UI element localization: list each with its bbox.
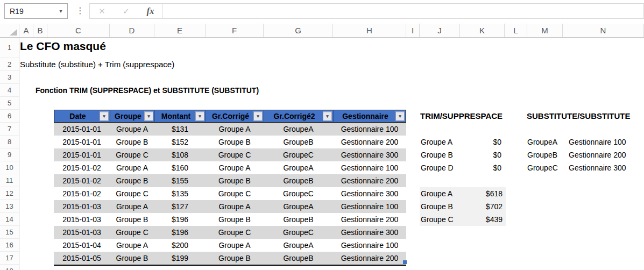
- cell-trim-total-groupe[interactable]: Groupe A: [420, 187, 464, 200]
- table-header-gr-corrige2[interactable]: Gr.Corrigé2 ▾: [264, 110, 333, 122]
- row-header[interactable]: 13: [0, 200, 19, 213]
- cell-date[interactable]: 2015-01-01: [54, 123, 110, 136]
- cell-gr-corrige[interactable]: Groupe A: [206, 161, 264, 174]
- cell-montant[interactable]: $160: [154, 161, 206, 174]
- column-header-i[interactable]: I: [406, 24, 420, 37]
- column-header-l[interactable]: L: [505, 24, 527, 37]
- cell-gr-corrige2[interactable]: GroupeC: [264, 148, 333, 161]
- cell-montant[interactable]: $131: [154, 123, 206, 136]
- enter-icon[interactable]: ✓: [114, 6, 138, 16]
- cell-gr-corrige2[interactable]: GroupeC: [264, 187, 333, 200]
- cell-gr-corrige2[interactable]: GroupeA: [264, 161, 333, 174]
- table-header-gr-corrige[interactable]: Gr.Corrigé ▾: [206, 110, 264, 122]
- cell-gr-corrige[interactable]: Groupe A: [206, 239, 264, 252]
- cell-substitute-gestionnaire[interactable]: Gestionnaire 100: [569, 136, 643, 148]
- cell-groupe[interactable]: Groupe B: [110, 174, 154, 187]
- cell-gr-corrige[interactable]: Groupe A: [206, 123, 264, 136]
- cell-gestionnaire[interactable]: Gestionnaire 300: [333, 187, 406, 200]
- cell-date[interactable]: 2015-01-02: [54, 161, 110, 174]
- table-header-montant[interactable]: Montant ▾: [154, 110, 206, 122]
- column-header-b[interactable]: B: [33, 24, 47, 37]
- cell-gr-corrige2[interactable]: GroupeA: [264, 200, 333, 213]
- column-header-a[interactable]: A: [19, 24, 33, 37]
- column-header-g[interactable]: G: [264, 24, 333, 37]
- cell-gestionnaire[interactable]: Gestionnaire 300: [333, 148, 406, 161]
- filter-button-date[interactable]: ▾: [100, 112, 109, 121]
- column-header-n[interactable]: N: [563, 24, 644, 37]
- column-header-f[interactable]: F: [206, 24, 264, 37]
- cell-gr-corrige2[interactable]: GroupeB: [264, 174, 333, 187]
- cell-substitute-gestionnaire[interactable]: Gestionnaire 300: [569, 161, 643, 174]
- cell-groupe[interactable]: Groupe C: [110, 187, 154, 200]
- column-header-k[interactable]: K: [460, 24, 505, 37]
- cell-groupe[interactable]: Groupe A: [110, 239, 154, 252]
- cell-gr-corrige2[interactable]: GroupeB: [264, 136, 333, 148]
- row-header[interactable]: 2: [0, 58, 19, 71]
- cell-date[interactable]: 2015-01-01: [54, 148, 110, 161]
- table-header-gestionnaire[interactable]: Gestionnaire ▾: [333, 110, 406, 122]
- column-header-c[interactable]: C: [47, 24, 110, 37]
- cell-gr-corrige2[interactable]: GroupeB: [264, 252, 333, 265]
- cell-gr-corrige[interactable]: Groupe B: [206, 174, 264, 187]
- cell-groupe[interactable]: Groupe B: [110, 213, 154, 226]
- cell-trim-groupe[interactable]: Groupe D: [420, 161, 464, 174]
- row-header[interactable]: 15: [0, 226, 19, 239]
- column-header-j[interactable]: J: [420, 24, 460, 37]
- cell-trim-amount[interactable]: $0: [464, 148, 505, 161]
- name-box[interactable]: R19 ▾: [4, 3, 68, 19]
- cell-gestionnaire[interactable]: Gestionnaire 200: [333, 252, 406, 265]
- cell-montant[interactable]: $196: [154, 213, 206, 226]
- cancel-icon[interactable]: ✕: [90, 6, 114, 16]
- cell-groupe[interactable]: Groupe A: [110, 200, 154, 213]
- row-header[interactable]: 10: [0, 161, 19, 174]
- row-header[interactable]: 4: [0, 84, 19, 97]
- cell-gr-corrige[interactable]: Groupe C: [206, 148, 264, 161]
- cell-montant[interactable]: $155: [154, 174, 206, 187]
- column-header-m[interactable]: M: [527, 24, 563, 37]
- row-header[interactable]: 16: [0, 239, 19, 252]
- row-header[interactable]: 3: [0, 71, 19, 84]
- cell-date[interactable]: 2015-01-01: [54, 136, 110, 148]
- cell-gr-corrige2[interactable]: GroupeB: [264, 213, 333, 226]
- cell-trim-total-amount[interactable]: $439: [464, 213, 506, 226]
- filter-button-groupe[interactable]: ▾: [144, 112, 153, 121]
- cell-groupe[interactable]: Groupe B: [110, 136, 154, 148]
- cell-trim-amount[interactable]: $0: [464, 136, 505, 148]
- cell-montant[interactable]: $135: [154, 187, 206, 200]
- cell-montant[interactable]: $200: [154, 239, 206, 252]
- row-header[interactable]: 7: [0, 123, 19, 136]
- cell-date[interactable]: 2015-01-03: [54, 213, 110, 226]
- cell-montant[interactable]: $199: [154, 252, 206, 265]
- cell-date[interactable]: 2015-01-03: [54, 226, 110, 239]
- row-header[interactable]: 12: [0, 187, 19, 200]
- cell-date[interactable]: 2015-01-04: [54, 239, 110, 252]
- cell-groupe[interactable]: Groupe A: [110, 123, 154, 136]
- row-header[interactable]: 8: [0, 136, 19, 148]
- cell-gr-corrige2[interactable]: GroupeC: [264, 226, 333, 239]
- cell-gr-corrige2[interactable]: GroupeA: [264, 123, 333, 136]
- cell-substitute-groupe[interactable]: GroupeA: [527, 136, 569, 148]
- filter-button-gr-corrige[interactable]: ▾: [253, 112, 263, 121]
- cell-trim-total-groupe[interactable]: Groupe C: [420, 213, 464, 226]
- row-header[interactable]: 6: [0, 110, 19, 123]
- cell-gestionnaire[interactable]: Gestionnaire 200: [333, 174, 406, 187]
- cell-gestionnaire[interactable]: Gestionnaire 100: [333, 200, 406, 213]
- cell-date[interactable]: 2015-01-05: [54, 252, 110, 265]
- table-header-date[interactable]: Date ▾: [54, 110, 110, 122]
- filter-button-gestionnaire[interactable]: ▾: [395, 112, 405, 121]
- cell-groupe[interactable]: Groupe A: [110, 161, 154, 174]
- cell-gr-corrige[interactable]: Groupe A: [206, 200, 264, 213]
- cell-montant[interactable]: $108: [154, 148, 206, 161]
- cell-trim-total-amount[interactable]: $702: [464, 200, 506, 213]
- table-resize-handle[interactable]: [403, 260, 407, 264]
- column-header-d[interactable]: D: [110, 24, 154, 37]
- row-header[interactable]: 9: [0, 148, 19, 161]
- row-header[interactable]: 1: [0, 38, 19, 58]
- row-header[interactable]: 11: [0, 174, 19, 187]
- cell-montant[interactable]: $152: [154, 136, 206, 148]
- insert-function-icon[interactable]: fx: [138, 6, 162, 17]
- row-header[interactable]: 17: [0, 252, 19, 265]
- cell-gr-corrige[interactable]: Groupe C: [206, 187, 264, 200]
- table-header-groupe[interactable]: Groupe ▾: [110, 110, 154, 122]
- cell-gestionnaire[interactable]: Gestionnaire 200: [333, 136, 406, 148]
